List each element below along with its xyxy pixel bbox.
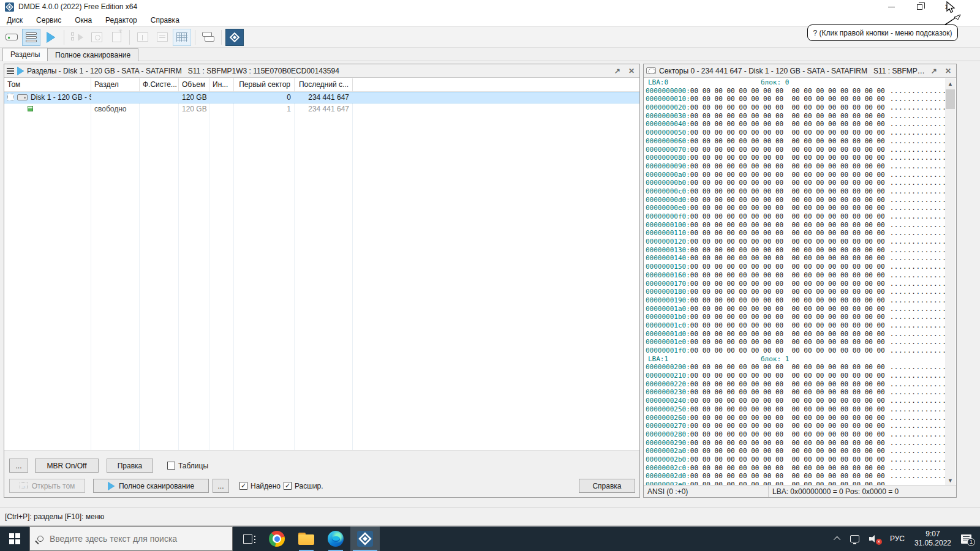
column-header[interactable]: Том [4, 78, 91, 92]
hex-row[interactable]: 00000000b0:00 00 00 00 00 00 00 00 00 00… [646, 179, 945, 187]
toolbar-fullscan-button[interactable] [42, 29, 60, 46]
panel-maximize-icon[interactable]: ↗ [612, 67, 623, 75]
hex-row[interactable]: 0000000230:00 00 00 00 00 00 00 00 00 00… [646, 388, 945, 397]
start-button[interactable] [0, 527, 29, 551]
hex-row[interactable]: 0000000150:00 00 00 00 00 00 00 00 00 00… [646, 263, 945, 271]
hex-row[interactable]: 0000000200:00 00 00 00 00 00 00 00 00 00… [646, 363, 945, 372]
table-row[interactable]: Disk 1 - 120 GB - SA...120 GB0234 441 64… [4, 92, 639, 103]
hex-row[interactable]: 0000000070:00 00 00 00 00 00 00 00 00 00… [646, 146, 945, 154]
hex-row[interactable]: 00000000d0:00 00 00 00 00 00 00 00 00 00… [646, 196, 945, 204]
hex-row[interactable]: 0000000210:00 00 00 00 00 00 00 00 00 00… [646, 372, 945, 380]
hex-row[interactable]: 00000000c0:00 00 00 00 00 00 00 00 00 00… [646, 187, 945, 196]
display-connect-icon[interactable] [850, 535, 859, 542]
speaker-muted-icon[interactable]: ✕ [869, 534, 880, 543]
hex-row[interactable]: 0000000250:00 00 00 00 00 00 00 00 00 00… [646, 405, 945, 414]
edit-button[interactable]: Правка [107, 459, 153, 473]
language-indicator[interactable]: РУС [890, 534, 905, 543]
more-button-2[interactable]: ... [213, 479, 229, 493]
hex-row[interactable]: 0000000020:00 00 00 00 00 00 00 00 00 00… [646, 103, 945, 112]
taskbar-dmde-button[interactable] [350, 527, 380, 551]
menu-service[interactable]: Сервис [29, 15, 68, 26]
more-button-1[interactable]: ... [9, 459, 28, 473]
task-view-button[interactable] [233, 527, 262, 551]
restore-button[interactable] [905, 0, 933, 14]
hex-row[interactable]: 00000002a0:00 00 00 00 00 00 00 00 00 00… [646, 447, 945, 455]
column-header[interactable]: Ф.Систе... [140, 78, 179, 92]
hex-row[interactable]: 00000002c0:00 00 00 00 00 00 00 00 00 00… [646, 464, 945, 473]
hex-row[interactable]: 0000000220:00 00 00 00 00 00 00 00 00 00… [646, 380, 945, 389]
menu-disk[interactable]: Диск [0, 15, 29, 26]
hex-row[interactable]: 00000002b0:00 00 00 00 00 00 00 00 00 00… [646, 455, 945, 464]
hamburger-icon[interactable] [7, 68, 14, 74]
taskbar-explorer-button[interactable] [292, 527, 321, 551]
hex-row[interactable]: 00000001b0:00 00 00 00 00 00 00 00 00 00… [646, 313, 945, 321]
column-header[interactable]: Ин... [209, 78, 234, 92]
hex-row[interactable]: 0000000130:00 00 00 00 00 00 00 00 00 00… [646, 246, 945, 255]
taskbar-edge-button[interactable] [321, 527, 350, 551]
hex-row[interactable]: 00000000a0:00 00 00 00 00 00 00 00 00 00… [646, 171, 945, 179]
hex-row[interactable]: 00000001a0:00 00 00 00 00 00 00 00 00 00… [646, 305, 945, 313]
toolbar-partitions-button[interactable] [22, 29, 40, 46]
search-input[interactable] [50, 534, 209, 544]
hex-row[interactable]: 0000000140:00 00 00 00 00 00 00 00 00 00… [646, 254, 945, 263]
clock[interactable]: 9:07 31.05.2022 [914, 530, 951, 548]
scrollbar-thumb[interactable] [946, 89, 955, 109]
minimize-button[interactable] [877, 0, 905, 14]
hex-row[interactable]: 0000000190:00 00 00 00 00 00 00 00 00 00… [646, 296, 945, 305]
table-row[interactable]: свободно120 GB1234 441 647 [4, 103, 639, 115]
taskbar-chrome-button[interactable] [262, 527, 292, 551]
hex-row[interactable]: 0000000030:00 00 00 00 00 00 00 00 00 00… [646, 112, 945, 121]
hex-row[interactable]: 0000000270:00 00 00 00 00 00 00 00 00 00… [646, 422, 945, 430]
menu-help[interactable]: Справка [144, 15, 186, 26]
hex-row[interactable]: 0000000260:00 00 00 00 00 00 00 00 00 00… [646, 414, 945, 422]
hex-row[interactable]: 00000000e0:00 00 00 00 00 00 00 00 00 00… [646, 204, 945, 212]
column-header[interactable]: Раздел [91, 78, 140, 92]
tab-full-scan[interactable]: Полное сканирование [47, 48, 138, 61]
hex-row[interactable]: 00000000f0:00 00 00 00 00 00 00 00 00 00… [646, 212, 945, 221]
notification-center-icon[interactable]: 1 [961, 534, 971, 544]
hex-row[interactable]: 0000000040:00 00 00 00 00 00 00 00 00 00… [646, 120, 945, 129]
hex-row[interactable]: 0000000160:00 00 00 00 00 00 00 00 00 00… [646, 271, 945, 280]
scroll-up-icon[interactable]: ▲ [945, 78, 956, 89]
hex-row[interactable]: 0000000050:00 00 00 00 00 00 00 00 00 00… [646, 129, 945, 137]
toolbar-windows-button[interactable] [199, 29, 217, 46]
panel-close-icon[interactable]: ✕ [943, 67, 954, 75]
help-button[interactable]: Справка [579, 479, 635, 493]
tab-partitions[interactable]: Разделы [2, 48, 48, 61]
menu-editor[interactable]: Редактор [99, 15, 144, 26]
scroll-down-icon[interactable]: ▼ [945, 475, 956, 485]
hex-row[interactable]: 00000001c0:00 00 00 00 00 00 00 00 00 00… [646, 321, 945, 330]
hex-row[interactable]: 0000000180:00 00 00 00 00 00 00 00 00 00… [646, 288, 945, 296]
toolbar-disks-button[interactable] [2, 29, 21, 46]
column-header[interactable]: Последний с... [295, 78, 353, 92]
row-checkbox[interactable] [7, 94, 14, 100]
extended-checkbox[interactable]: ✓ Расшир. [284, 479, 323, 493]
full-scan-button[interactable]: Полное сканирование [93, 479, 209, 493]
tray-chevron-icon[interactable] [834, 536, 840, 543]
panel-close-icon[interactable]: ✕ [626, 67, 637, 75]
column-header[interactable]: Объем [179, 78, 209, 92]
taskbar-search[interactable] [29, 527, 233, 551]
hex-row[interactable]: 0000000080:00 00 00 00 00 00 00 00 00 00… [646, 154, 945, 162]
hex-row[interactable]: 00000002d0:00 00 00 00 00 00 00 00 00 00… [646, 472, 945, 481]
mbr-onoff-button[interactable]: MBR On/Off [35, 459, 99, 473]
hex-row[interactable]: 00000001f0:00 00 00 00 00 00 00 00 00 00… [646, 347, 945, 355]
toolbar-hex-view-button[interactable] [173, 29, 191, 46]
hex-row[interactable]: 00000001d0:00 00 00 00 00 00 00 00 00 00… [646, 330, 945, 339]
hex-row[interactable]: 0000000010:00 00 00 00 00 00 00 00 00 00… [646, 95, 945, 103]
hex-row[interactable]: 0000000290:00 00 00 00 00 00 00 00 00 00… [646, 439, 945, 448]
hex-row[interactable]: 0000000170:00 00 00 00 00 00 00 00 00 00… [646, 280, 945, 288]
hex-row[interactable]: 00000001e0:00 00 00 00 00 00 00 00 00 00… [646, 338, 945, 347]
hex-row[interactable]: 0000000060:00 00 00 00 00 00 00 00 00 00… [646, 137, 945, 146]
hex-row[interactable]: 0000000120:00 00 00 00 00 00 00 00 00 00… [646, 238, 945, 246]
column-header[interactable]: Первый сектор [234, 78, 295, 92]
panel-maximize-icon[interactable]: ↗ [929, 67, 940, 75]
found-checkbox[interactable]: ✓ Найдено [239, 479, 281, 493]
hex-scrollbar[interactable]: ▲ ▼ [945, 78, 956, 485]
hex-row[interactable]: 0000000090:00 00 00 00 00 00 00 00 00 00… [646, 162, 945, 171]
hex-row[interactable]: 0000000240:00 00 00 00 00 00 00 00 00 00… [646, 397, 945, 405]
play-icon[interactable] [17, 67, 24, 75]
hex-row[interactable]: 0000000280:00 00 00 00 00 00 00 00 00 00… [646, 430, 945, 439]
hex-row[interactable]: 0000000000:00 00 00 00 00 00 00 00 00 00… [646, 87, 945, 96]
hex-row[interactable]: 0000000100:00 00 00 00 00 00 00 00 00 00… [646, 221, 945, 230]
